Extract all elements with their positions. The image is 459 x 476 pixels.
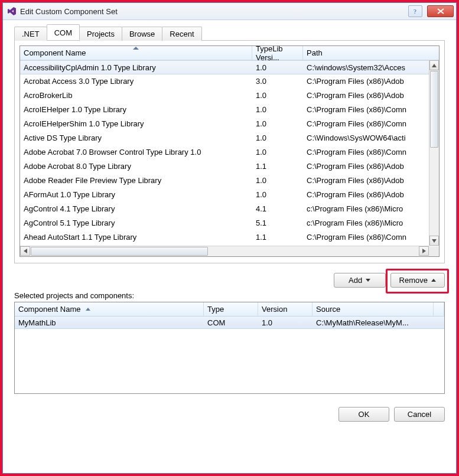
table-row[interactable]: AgControl 5.1 Type Library 5.1 c:\Progra… [20,216,439,230]
col-header-name-label: Component Name [24,48,86,57]
dialog-buttons: OK Cancel [14,407,445,422]
sel-col-version-label: Version [262,305,287,314]
cell-version: 1.1 [252,233,303,242]
table-row[interactable]: AcroIEHelper 1.0 Type Library 1.0 C:\Pro… [20,103,439,117]
chevron-up-icon [431,279,436,282]
svg-text:?: ? [414,8,416,15]
cell-name: Adobe Acrobat 8.0 Type Library [20,162,252,171]
sort-asc-icon [133,47,139,50]
col-header-version-label: TypeLib Versi... [256,45,299,62]
col-header-version[interactable]: TypeLib Versi... [252,46,303,60]
sort-asc-icon [86,308,90,311]
cell-path: C:\Program Files (x86)\Adob [303,162,439,171]
ok-button[interactable]: OK [338,407,389,422]
chevron-down-icon [366,279,370,282]
scroll-left-icon[interactable] [20,246,30,256]
cell-version: 1.0 [252,63,303,72]
scroll-thumb[interactable] [430,71,438,148]
scroll-right-icon[interactable] [419,246,429,256]
add-button[interactable]: Add [334,273,386,288]
scroll-down-icon[interactable] [429,236,439,246]
cell-version: 1.0 [252,148,303,157]
cell-path: c:\Program Files (x86)\Micro [303,204,439,213]
cell-name: AccessibilityCplAdmin 1.0 Type Library [20,63,252,72]
cell-name: Active DS Type Library [20,133,252,142]
cell-path: C:\Program Files (x86)\Adob [303,176,439,185]
table-row[interactable]: AFormAut 1.0 Type Library 1.0 C:\Program… [20,188,439,202]
action-buttons: Add Remove [14,273,445,288]
close-button[interactable] [427,5,454,17]
cell-path: C:\Program Files (x86)\Comn [303,105,439,114]
ok-button-label: OK [359,410,370,419]
selected-rows: MyMathLib COM 1.0 C:\MyMath\Release\MyM.… [15,316,444,393]
tab-browse[interactable]: Browse [122,27,162,41]
cell-path: C:\Program Files (x86)\Adob [303,77,439,86]
cell-name: Ahead AutoStart 1.1 Type Library [20,233,252,242]
hscroll-thumb[interactable] [31,247,208,256]
sel-col-name-label: Component Name [18,305,81,314]
table-row[interactable]: AcroIEHelperShim 1.0 Type Library 1.0 C:… [20,117,439,131]
tab-recent[interactable]: Recent [162,27,201,41]
table-row[interactable]: AccessibilityCplAdmin 1.0 Type Library 1… [20,60,439,74]
component-rows: AccessibilityCplAdmin 1.0 Type Library 1… [20,60,439,256]
cell-version: 1.0 [252,176,303,185]
scroll-corner [429,246,439,256]
cell-path: C:\Program Files (x86)\Adob [303,91,439,100]
table-row[interactable]: Adobe Acrobat 7.0 Browser Control Type L… [20,145,439,159]
cell-name: AgControl 5.1 Type Library [20,219,252,227]
component-list[interactable]: Component Name TypeLib Versi... Path Acc… [19,45,440,257]
cancel-button[interactable]: Cancel [394,407,445,422]
table-row[interactable]: Adobe Reader File Preview Type Library 1… [20,174,439,188]
sel-col-type[interactable]: Type [204,302,258,316]
table-row[interactable]: Acrobat Access 3.0 Type Library 3.0 C:\P… [20,74,439,89]
list-item[interactable]: MyMathLib COM 1.0 C:\MyMath\Release\MyM.… [15,316,444,329]
cell-path: c:\Program Files (x86)\Micro [303,219,439,227]
table-row[interactable]: Adobe Acrobat 8.0 Type Library 1.1 C:\Pr… [20,159,439,174]
tab-projects[interactable]: Projects [79,27,122,41]
table-row[interactable]: Active DS Type Library 1.0 C:\Windows\Sy… [20,131,439,145]
sel-col-source[interactable]: Source [312,302,434,316]
table-row[interactable]: AgControl 4.1 Type Library 4.1 c:\Progra… [20,202,439,216]
cell-path: C:\Program Files (x86)\Comn [303,233,439,242]
tab-com[interactable]: COM [47,24,80,40]
sel-col-name[interactable]: Component Name [15,302,204,316]
col-header-name[interactable]: Component Name [20,46,252,60]
component-list-header: Component Name TypeLib Versi... Path [20,46,439,60]
sel-col-type-label: Type [207,305,224,314]
selected-list[interactable]: Component Name Type Version Source MyMat… [14,302,445,394]
cell-name: Adobe Reader File Preview Type Library [20,176,252,185]
tab-net[interactable]: .NET [14,27,47,41]
cell-version: 1.1 [252,162,303,171]
table-row[interactable]: Ahead AutoStart 1.1 Type Library 1.1 C:\… [20,230,439,244]
cell-version: 3.0 [252,77,303,86]
cell-name: Acrobat Access 3.0 Type Library [20,77,252,86]
cell-version: 1.0 [252,105,303,114]
col-header-path[interactable]: Path [303,46,439,60]
cell-version: 1.0 [252,119,303,128]
remove-button[interactable]: Remove [390,273,445,288]
cell-name: AcroBrokerLib [20,91,252,100]
cell-path: C:\Program Files (x86)\Comn [303,148,439,157]
cell-version: 5.1 [252,219,303,227]
cell-version: 1.0 [258,318,312,327]
cell-name: AFormAut 1.0 Type Library [20,190,252,199]
scroll-up-icon[interactable] [429,60,439,70]
titlebar: Edit Custom Component Set ? [3,3,456,20]
cell-name: MyMathLib [15,318,204,327]
table-row[interactable]: AcroBrokerLib 1.0 C:\Program Files (x86)… [20,89,439,103]
cell-name: Adobe Acrobat 7.0 Browser Control Type L… [20,148,252,157]
sel-col-source-label: Source [316,305,340,314]
cancel-button-label: Cancel [408,410,431,419]
remove-button-label: Remove [399,276,428,285]
cell-path: C:\Windows\SysWOW64\acti [303,133,439,142]
cell-name: AgControl 4.1 Type Library [20,204,252,213]
sel-col-spacer [434,302,444,316]
horizontal-scrollbar[interactable] [20,246,429,256]
cell-path: C:\Program Files (x86)\Adob [303,190,439,199]
sel-col-version[interactable]: Version [258,302,312,316]
vertical-scrollbar[interactable] [429,60,439,246]
tab-strip: .NET COM Projects Browse Recent [14,25,445,40]
component-panel: Component Name TypeLib Versi... Path Acc… [14,40,445,263]
cell-version: 1.0 [252,190,303,199]
help-button[interactable]: ? [408,5,422,17]
